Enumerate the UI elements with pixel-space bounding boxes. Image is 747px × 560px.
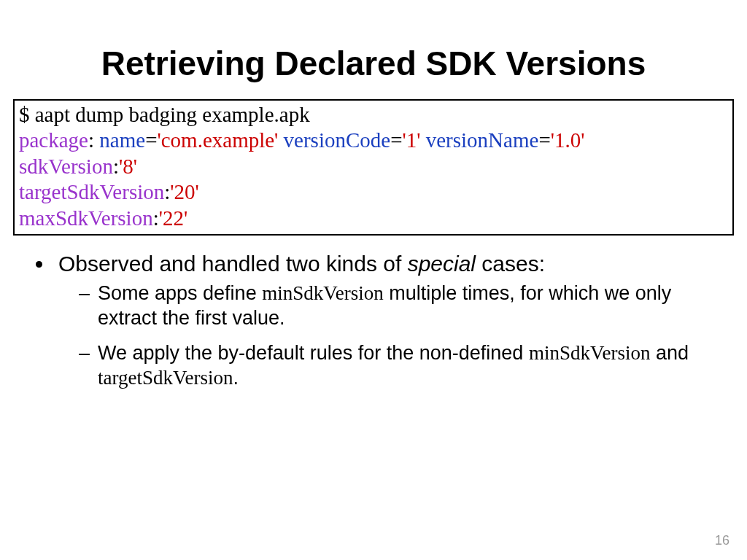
kw-package: package: [19, 128, 88, 152]
subbullet-2: We apply the by-default rules for the no…: [83, 341, 718, 391]
val-maxsdk: '22': [159, 206, 187, 230]
code-line-package: package: name='com.example' versionCode=…: [19, 128, 728, 153]
sub2-code1: minSdkVersion: [529, 342, 651, 364]
val-versionname: '1.0': [551, 128, 585, 152]
val-versioncode: '1': [403, 128, 421, 152]
code-line-targetsdk: targetSdkVersion:'20': [19, 179, 728, 205]
sub2-code2: targetSdkVersion: [98, 367, 233, 389]
subbullet-1: Some apps define minSdkVersion multiple …: [83, 281, 718, 331]
val-sdkversion: '8': [119, 155, 137, 178]
bullet-main-post: cases:: [476, 252, 545, 276]
bullets-area: Observed and handled two kinds of specia…: [0, 243, 747, 391]
code-box: $ aapt dump badging example.apk package:…: [13, 99, 734, 236]
slide: Retrieving Declared SDK Versions $ aapt …: [0, 0, 747, 560]
sub2-mid: and: [650, 342, 689, 364]
page-number: 16: [715, 533, 729, 548]
sub2-end: .: [233, 367, 239, 389]
sub1-code: minSdkVersion: [262, 282, 384, 304]
kw-sdkversion: sdkVersion: [19, 155, 113, 178]
sub1-a: Some apps define: [98, 282, 262, 304]
sub2-a: We apply the by-default rules for the no…: [98, 342, 529, 364]
kw-maxsdk: maxSdkVersion: [19, 206, 153, 230]
code-line-command: $ aapt dump badging example.apk: [19, 102, 728, 128]
bullet-main: Observed and handled two kinds of specia…: [54, 250, 718, 391]
val-name: 'com.example': [157, 128, 278, 152]
attr-versionname: versionName: [426, 128, 539, 152]
code-line-maxsdk: maxSdkVersion:'22': [19, 206, 728, 231]
val-targetsdk: '20': [170, 180, 198, 203]
attr-versioncode: versionCode: [284, 128, 391, 152]
code-line-sdkversion: sdkVersion:'8': [19, 154, 728, 179]
command-text: $ aapt dump badging example.apk: [19, 103, 310, 126]
kw-targetsdk: targetSdkVersion: [19, 180, 164, 203]
attr-name: name: [99, 128, 145, 152]
bullet-main-em: special: [408, 252, 476, 276]
bullet-main-pre: Observed and handled two kinds of: [58, 252, 408, 276]
slide-title: Retrieving Declared SDK Versions: [0, 0, 747, 95]
